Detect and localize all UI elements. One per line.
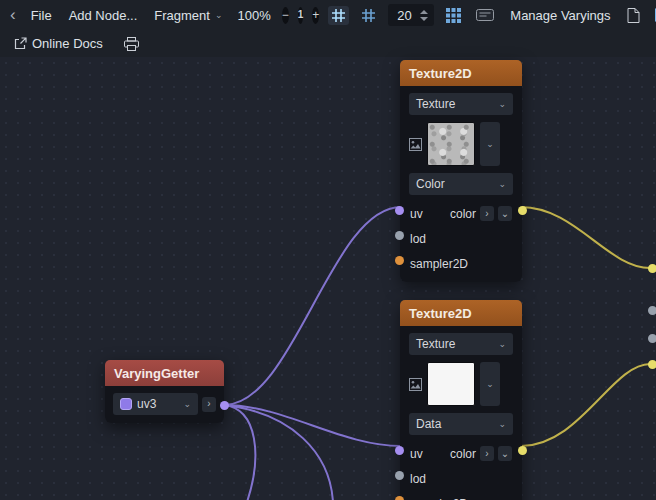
- port-row-sampler: sampler2D: [400, 491, 522, 500]
- zoom-out-button[interactable]: −: [282, 7, 289, 24]
- port-color-output[interactable]: [518, 446, 527, 455]
- back-icon: ‹: [10, 5, 16, 25]
- node-title: Texture2D: [409, 66, 472, 81]
- shader-preview-icon: [476, 8, 494, 22]
- zoom-in-button[interactable]: +: [312, 7, 319, 24]
- chevron-down-icon: ⌄: [498, 420, 506, 429]
- chevron-down-icon: ⌄: [486, 140, 494, 149]
- texture-type-icon: [409, 138, 422, 151]
- port-row-lod: lod: [400, 466, 522, 491]
- port-row-sampler: sampler2D: [400, 251, 522, 276]
- spin-up-icon[interactable]: [420, 10, 428, 14]
- texture-picker-button[interactable]: ⌄: [480, 362, 500, 406]
- wire-texture1-color-out: [521, 207, 650, 268]
- back-button[interactable]: ‹: [8, 5, 18, 25]
- zoom-reset-icon: 1: [298, 10, 304, 20]
- shader-preview-button[interactable]: [473, 6, 497, 24]
- wire-texture2-color-out: [521, 364, 650, 446]
- node-controls: uv3 ⌄ ›: [105, 386, 224, 423]
- zoom-reset-button[interactable]: 1: [298, 7, 304, 24]
- node-texture2d-data[interactable]: Texture2D Texture ⌄ ⌄ Data ⌄: [400, 300, 522, 500]
- node-title-bar[interactable]: VaryingGetter: [105, 360, 224, 386]
- offscreen-port-1[interactable]: [648, 264, 656, 273]
- output-preview-button[interactable]: ⌄: [498, 446, 512, 461]
- wire-varying-to-texture2-uv: [224, 405, 401, 446]
- file-menu-button[interactable]: File: [27, 6, 56, 25]
- node-title-bar[interactable]: Texture2D: [400, 60, 522, 86]
- vec3-icon: [120, 398, 132, 410]
- chevron-down-icon: ⌄: [486, 380, 494, 389]
- grid-pattern-button[interactable]: [443, 6, 464, 25]
- node-title: VaryingGetter: [114, 366, 199, 381]
- node-ports: uv color › ⌄ lod sampler2D: [400, 199, 522, 282]
- snap-toggle-button[interactable]: [328, 6, 349, 25]
- node-ports: uv color › ⌄ lod sampler2D: [400, 439, 522, 500]
- texture-mode-dropdown[interactable]: Color ⌄: [409, 173, 513, 195]
- texture-source-dropdown[interactable]: Texture ⌄: [409, 93, 513, 115]
- wire-varying-offscreen-1: [224, 405, 255, 500]
- texture-mode-dropdown[interactable]: Data ⌄: [409, 413, 513, 435]
- chevron-down-icon: ⌄: [498, 180, 506, 189]
- offscreen-port-3[interactable]: [648, 334, 656, 343]
- printer-icon: [124, 37, 139, 51]
- add-node-button[interactable]: Add Node...: [65, 6, 142, 25]
- chevron-down-icon: ⌄: [498, 100, 506, 109]
- texture-preview-row: ⌄: [409, 122, 513, 166]
- float-window-button[interactable]: [652, 6, 656, 24]
- plus-icon: +: [312, 9, 319, 21]
- external-link-icon: [14, 37, 27, 50]
- output-expand-button[interactable]: ›: [480, 206, 494, 221]
- node-controls: Texture ⌄ ⌄ Color ⌄: [400, 86, 522, 199]
- shader-graph-canvas[interactable]: Texture2D Texture ⌄ ⌄ Color ⌄: [0, 57, 656, 500]
- node-varying-getter[interactable]: VaryingGetter uv3 ⌄ ›: [105, 360, 224, 423]
- port-uv-input[interactable]: [395, 206, 404, 215]
- varying-select-dropdown[interactable]: uv3 ⌄: [113, 393, 198, 415]
- port-sampler-input[interactable]: [395, 256, 404, 265]
- shader-stage-dropdown[interactable]: Fragment ⌄: [150, 6, 226, 25]
- minus-icon: −: [282, 9, 289, 21]
- zoom-level-label: 100%: [235, 8, 272, 23]
- output-expand-button[interactable]: ›: [202, 397, 216, 412]
- offscreen-port-4[interactable]: [648, 360, 656, 369]
- node-title-bar[interactable]: Texture2D: [400, 300, 522, 326]
- generated-code-button[interactable]: [624, 6, 643, 25]
- node-title: Texture2D: [409, 306, 472, 321]
- texture-picker-button[interactable]: ⌄: [480, 122, 500, 166]
- wire-varying-to-texture1-uv: [224, 207, 401, 405]
- document-icon: [627, 8, 640, 23]
- texture-preview-row: ⌄: [409, 362, 513, 406]
- chevron-down-icon: ⌄: [498, 340, 506, 349]
- wire-varying-offscreen-2: [224, 405, 333, 500]
- chevron-down-icon: ⌄: [183, 400, 191, 409]
- online-docs-button[interactable]: Online Docs: [10, 34, 107, 53]
- texture-thumbnail[interactable]: [427, 122, 475, 166]
- snap-grid-icon: [331, 8, 346, 23]
- port-lod-input[interactable]: [395, 231, 404, 240]
- print-button[interactable]: [121, 35, 142, 53]
- chevron-down-icon: ⌄: [215, 11, 223, 20]
- snap-distance-input[interactable]: 20: [388, 4, 434, 26]
- port-sampler-input[interactable]: [395, 496, 404, 500]
- docs-toolbar: Online Docs: [0, 30, 656, 57]
- port-lod-input[interactable]: [395, 471, 404, 480]
- output-preview-button[interactable]: ⌄: [498, 206, 512, 221]
- manage-varyings-button[interactable]: Manage Varyings: [506, 6, 614, 25]
- texture-source-dropdown[interactable]: Texture ⌄: [409, 333, 513, 355]
- port-row-uv: uv color › ⌄: [400, 201, 522, 226]
- grid-toggle-button[interactable]: [358, 6, 379, 25]
- output-expand-button[interactable]: ›: [480, 446, 494, 461]
- offscreen-port-2[interactable]: [648, 306, 656, 315]
- port-row-uv: uv color › ⌄: [400, 441, 522, 466]
- port-row-lod: lod: [400, 226, 522, 251]
- connection-wires: [0, 57, 656, 500]
- texture-type-icon: [409, 378, 422, 391]
- spin-down-icon[interactable]: [420, 17, 428, 21]
- port-varying-output[interactable]: [220, 401, 229, 410]
- spinner-arrows: [420, 10, 428, 21]
- shader-editor-toolbar: ‹ File Add Node... Fragment ⌄ 100% − 1 +…: [0, 0, 656, 30]
- node-texture2d-color[interactable]: Texture2D Texture ⌄ ⌄ Color ⌄: [400, 60, 522, 282]
- port-uv-input[interactable]: [395, 446, 404, 455]
- grid-pattern-icon: [446, 8, 461, 23]
- texture-thumbnail[interactable]: [427, 362, 475, 406]
- port-color-output[interactable]: [518, 206, 527, 215]
